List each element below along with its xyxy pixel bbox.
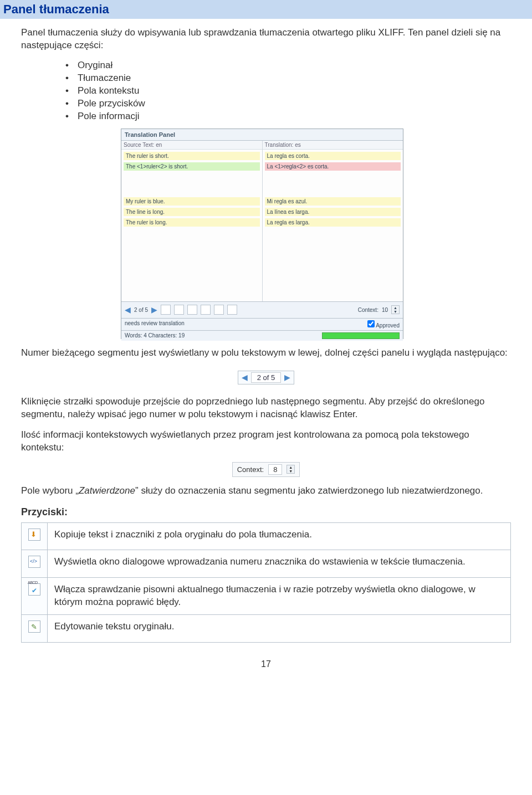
spellcheck-icon — [28, 583, 40, 596]
page-number: 17 — [21, 659, 511, 669]
panel-status-bar: needs review translation Approved — [121, 318, 403, 330]
table-row: Edytowanie tekstu oryginału. — [22, 615, 511, 643]
intro-paragraph: Panel tłumaczenia służy do wpisywania lu… — [21, 27, 511, 52]
button-description: Włącza sprawdzanie pisowni aktualnego tł… — [48, 578, 511, 615]
source-column: Source Text: en The ruler is short. The … — [121, 141, 263, 301]
table-row: Włącza sprawdzanie pisowni aktualnego tł… — [22, 578, 511, 615]
segment: The ruler is long. — [124, 218, 260, 227]
prev-arrow-icon[interactable]: ◀ — [125, 305, 131, 314]
buttons-heading: Przyciski: — [21, 506, 511, 518]
prev-arrow-icon[interactable]: ◀ — [242, 373, 248, 382]
paragraph: Numer bieżącego segmentu jest wyświetlan… — [21, 347, 511, 360]
context-spinner[interactable]: ▲▼ — [287, 465, 295, 474]
segment-nav-widget: ◀ 2 of 5 ▶ — [238, 371, 295, 384]
section-title-bar: Panel tłumaczenia — [0, 0, 532, 19]
buttons-table: Kopiuje tekst i znaczniki z pola orygina… — [21, 522, 511, 643]
section-title: Panel tłumaczenia — [3, 2, 109, 16]
segment: The line is long. — [124, 208, 260, 216]
approved-label: Approved — [376, 322, 400, 329]
button-description: Edytowanie tekstu oryginału. — [48, 615, 511, 643]
segment-number-input[interactable]: 2 of 5 — [251, 372, 282, 383]
context-value-input[interactable]: 8 — [268, 464, 282, 475]
paragraph: Ilość informacji kontekstowych wyświetla… — [21, 429, 511, 454]
list-item: Pole przycisków — [65, 98, 511, 109]
segment: La regla es corta. — [265, 152, 401, 160]
panel-footer: Words: 4 Characters: 19 — [121, 330, 403, 341]
button-description: Kopiuje tekst i znaczniki z pola orygina… — [48, 522, 511, 550]
table-row: Kopiuje tekst i znaczniki z pola orygina… — [22, 522, 511, 550]
words-chars: Words: 4 Characters: 19 — [125, 332, 185, 339]
context-value: 10 — [382, 307, 388, 313]
source-label: Source Text: en — [121, 141, 262, 150]
translation-label: Translation: es — [263, 141, 403, 150]
approved-term: Zatwierdzone — [79, 485, 135, 496]
segment: The <1>ruler<2> is short. — [124, 162, 260, 171]
segment: My ruler is blue. — [124, 197, 260, 206]
nav-counter: 2 of 5 — [134, 307, 148, 313]
context-spinner[interactable]: ▲▼ — [391, 305, 400, 314]
segment: Mi regla es azul. — [265, 197, 401, 206]
button-description: Wyświetla okno dialogowe wprowadzania nu… — [48, 550, 511, 578]
segment: La línea es larga. — [265, 208, 401, 216]
translation-panel-screenshot: Translation Panel Source Text: en The ru… — [121, 129, 403, 339]
segment: La <1>regla<2> es corta. — [265, 162, 401, 171]
list-item: Pola kontekstu — [65, 85, 511, 96]
list-item: Tłumaczenie — [65, 73, 511, 84]
toolbar-icon[interactable] — [161, 305, 171, 315]
panel-title: Translation Panel — [121, 129, 403, 141]
paragraph: Pole wyboru „Zatwierdzone” służy do ozna… — [21, 485, 511, 497]
table-row: Wyświetla okno dialogowe wprowadzania nu… — [22, 550, 511, 578]
progress-bar — [322, 332, 400, 339]
toolbar-icon[interactable] — [214, 305, 224, 315]
paragraph: Kliknięcie strzałki spowoduje przejście … — [21, 396, 511, 421]
next-arrow-icon[interactable]: ▶ — [284, 373, 290, 382]
toolbar-icon[interactable] — [227, 305, 237, 315]
list-item: Oryginał — [65, 60, 511, 71]
toolbar-icon[interactable] — [187, 305, 197, 315]
context-widget: Context: 8 ▲▼ — [232, 462, 300, 477]
panel-toolbar: ◀ 2 of 5 ▶ Context: 10 ▲▼ — [121, 301, 403, 318]
list-item: Pole informacji — [65, 111, 511, 122]
segment: The ruler is short. — [124, 152, 260, 160]
segment: La regla es larga. — [265, 218, 401, 227]
parts-list: Oryginał Tłumaczenie Pola kontekstu Pole… — [65, 60, 511, 122]
status-text: needs review translation — [125, 320, 185, 329]
context-label: Context: — [237, 465, 264, 474]
next-arrow-icon[interactable]: ▶ — [151, 305, 157, 314]
approved-checkbox[interactable] — [367, 320, 375, 327]
insert-tag-icon — [28, 556, 40, 568]
translation-column: Translation: es La regla es corta. La <1… — [263, 141, 403, 301]
toolbar-icon[interactable] — [174, 305, 184, 315]
copy-source-icon — [28, 529, 40, 541]
toolbar-icon[interactable] — [201, 305, 211, 315]
edit-source-icon — [28, 620, 40, 633]
context-label: Context: — [358, 307, 378, 313]
